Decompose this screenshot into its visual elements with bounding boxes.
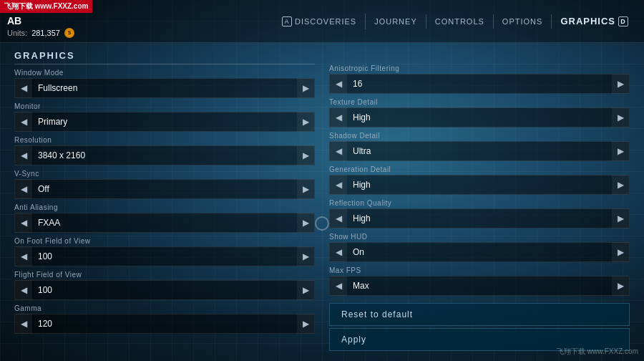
control-generation-detail: ◀ High ▶ <box>329 175 630 195</box>
value-reflection-quality: High <box>347 213 612 223</box>
center-decoration <box>315 216 329 231</box>
arrow-right-gamma[interactable]: ▶ <box>297 314 314 334</box>
setting-texture-detail: Texture Detail ◀ High ▶ <box>329 98 630 127</box>
value-vsync: Off <box>32 184 297 194</box>
arrow-left-vsync[interactable]: ◀ <box>15 179 32 199</box>
label-show-hud: Show HUD <box>329 233 630 241</box>
arrow-left-monitor[interactable]: ◀ <box>15 112 32 132</box>
control-anisotropic: ◀ 16 ▶ <box>329 74 630 94</box>
control-reflection-quality: ◀ High ▶ <box>329 208 630 228</box>
value-max-fps: Max <box>347 281 612 291</box>
setting-foot-fov: On Foot Field of View ◀ 100 ▶ <box>14 237 315 266</box>
arrow-left-shadow-detail[interactable]: ◀ <box>330 141 347 161</box>
arrow-left-window-mode[interactable]: ◀ <box>15 78 32 98</box>
arrow-right-flight-fov[interactable]: ▶ <box>297 280 314 300</box>
arrow-left-gamma[interactable]: ◀ <box>15 314 32 334</box>
label-monitor: Monitor <box>14 102 315 110</box>
tab-key-a: A <box>282 16 292 27</box>
control-resolution: ◀ 3840 x 2160 ▶ <box>14 145 315 165</box>
control-gamma: ◀ 120 ▶ <box>14 314 315 334</box>
arrow-left-flight-fov[interactable]: ◀ <box>15 280 32 300</box>
player-name: AB <box>7 15 74 27</box>
arrow-right-texture-detail[interactable]: ▶ <box>612 107 629 127</box>
value-resolution: 3840 x 2160 <box>32 150 297 160</box>
arrow-left-show-hud[interactable]: ◀ <box>330 242 347 262</box>
value-show-hud: On <box>347 247 612 257</box>
reset-to-default-button[interactable]: Reset to default <box>329 303 630 326</box>
label-window-mode: Window Mode <box>14 69 315 77</box>
tab-label-controls: CONTROLS <box>435 17 484 26</box>
left-panel: GRAPHICS Window Mode ◀ Fullscreen ▶ Moni… <box>14 50 315 354</box>
tab-discoveries[interactable]: A DISCOVERIES <box>273 14 366 29</box>
arrow-left-antialiasing[interactable]: ◀ <box>15 213 32 233</box>
setting-reflection-quality: Reflection Quality ◀ High ▶ <box>329 199 630 228</box>
nav-tabs: A DISCOVERIES JOURNEY CONTROLS OPTIONS G… <box>273 13 637 29</box>
control-show-hud: ◀ On ▶ <box>329 242 630 262</box>
arrow-left-max-fps[interactable]: ◀ <box>330 276 347 296</box>
label-gamma: Gamma <box>14 304 315 312</box>
arrow-right-anisotropic[interactable]: ▶ <box>612 74 629 94</box>
label-max-fps: Max FPS <box>329 266 630 274</box>
value-texture-detail: High <box>347 112 612 122</box>
section-title-graphics: GRAPHICS <box>14 50 315 64</box>
arrow-left-generation-detail[interactable]: ◀ <box>330 175 347 195</box>
tab-graphics[interactable]: GRAPHICS D <box>552 13 637 29</box>
value-monitor: Primary <box>32 117 297 127</box>
value-anisotropic: 16 <box>347 79 612 89</box>
tab-key-d: D <box>618 16 628 27</box>
setting-resolution: Resolution ◀ 3840 x 2160 ▶ <box>14 136 315 165</box>
label-vsync: V-Sync <box>14 170 315 178</box>
label-reflection-quality: Reflection Quality <box>329 199 630 207</box>
units-row: Units: 281,357 $ <box>7 28 74 38</box>
value-antialiasing: FXAA <box>32 218 297 228</box>
arrow-right-max-fps[interactable]: ▶ <box>612 276 629 296</box>
setting-shadow-detail: Shadow Detail ◀ Ultra ▶ <box>329 132 630 161</box>
currency-icon: $ <box>64 28 74 38</box>
control-flight-fov: ◀ 100 ▶ <box>14 280 315 300</box>
label-generation-detail: Generation Detail <box>329 165 630 173</box>
arrow-left-texture-detail[interactable]: ◀ <box>330 107 347 127</box>
arrow-left-anisotropic[interactable]: ◀ <box>330 74 347 94</box>
action-buttons: Reset to default Apply <box>329 303 630 353</box>
setting-window-mode: Window Mode ◀ Fullscreen ▶ <box>14 69 315 98</box>
units-value: 281,357 <box>31 29 60 37</box>
control-window-mode: ◀ Fullscreen ▶ <box>14 78 315 98</box>
arrow-right-window-mode[interactable]: ▶ <box>297 78 314 98</box>
arrow-right-foot-fov[interactable]: ▶ <box>297 246 314 266</box>
tab-label-journey: JOURNEY <box>374 17 417 26</box>
arrow-left-resolution[interactable]: ◀ <box>15 145 32 165</box>
right-panel: Anisotropic Filtering ◀ 16 ▶ Texture Det… <box>329 50 630 354</box>
control-texture-detail: ◀ High ▶ <box>329 107 630 127</box>
main-content: GRAPHICS Window Mode ◀ Fullscreen ▶ Moni… <box>0 43 644 361</box>
setting-monitor: Monitor ◀ Primary ▶ <box>14 102 315 132</box>
label-antialiasing: Anti Aliasing <box>14 203 315 211</box>
arrow-right-generation-detail[interactable]: ▶ <box>612 175 629 195</box>
tab-options[interactable]: OPTIONS <box>494 14 552 29</box>
arrow-right-resolution[interactable]: ▶ <box>297 145 314 165</box>
control-monitor: ◀ Primary ▶ <box>14 112 315 132</box>
value-generation-detail: High <box>347 180 612 190</box>
arrow-left-reflection-quality[interactable]: ◀ <box>330 208 347 228</box>
arrow-right-show-hud[interactable]: ▶ <box>612 242 629 262</box>
tab-label-graphics: GRAPHICS <box>560 16 615 27</box>
watermark-top: 飞翔下载 www.FXXZ.com <box>0 0 92 13</box>
setting-gamma: Gamma ◀ 120 ▶ <box>14 304 315 334</box>
tab-controls[interactable]: CONTROLS <box>426 14 494 29</box>
arrow-right-reflection-quality[interactable]: ▶ <box>612 208 629 228</box>
top-bar: AB Units: 281,357 $ A DISCOVERIES JOURNE… <box>0 0 644 43</box>
arrow-right-antialiasing[interactable]: ▶ <box>297 213 314 233</box>
arrow-right-vsync[interactable]: ▶ <box>297 179 314 199</box>
tab-journey[interactable]: JOURNEY <box>366 14 426 29</box>
control-shadow-detail: ◀ Ultra ▶ <box>329 141 630 161</box>
control-vsync: ◀ Off ▶ <box>14 179 315 199</box>
arrow-left-foot-fov[interactable]: ◀ <box>15 246 32 266</box>
label-shadow-detail: Shadow Detail <box>329 132 630 140</box>
value-foot-fov: 100 <box>32 251 297 261</box>
units-label: Units: <box>7 29 27 37</box>
arrow-right-shadow-detail[interactable]: ▶ <box>612 141 629 161</box>
arrow-right-monitor[interactable]: ▶ <box>297 112 314 132</box>
watermark-bottom: 飞翔下载 www.FXXZ.com <box>557 347 638 357</box>
control-max-fps: ◀ Max ▶ <box>329 276 630 296</box>
setting-antialiasing: Anti Aliasing ◀ FXAA ▶ <box>14 203 315 233</box>
label-foot-fov: On Foot Field of View <box>14 237 315 245</box>
